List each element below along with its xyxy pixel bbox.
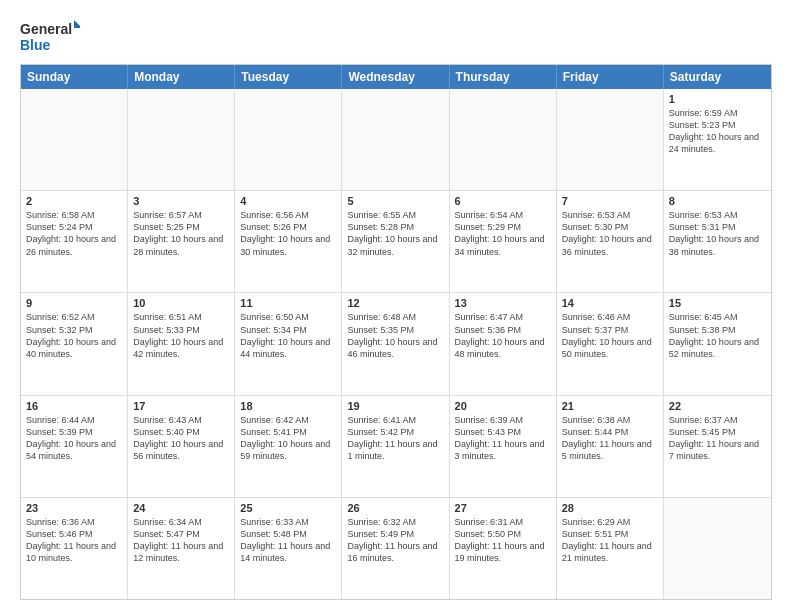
header-day-sunday: Sunday	[21, 65, 128, 89]
page: General Blue SundayMondayTuesdayWednesda…	[0, 0, 792, 612]
day-number: 27	[455, 502, 551, 514]
day-info: Sunrise: 6:41 AM Sunset: 5:42 PM Dayligh…	[347, 414, 443, 463]
day-info: Sunrise: 6:32 AM Sunset: 5:49 PM Dayligh…	[347, 516, 443, 565]
calendar-day-empty-0-0	[21, 89, 128, 190]
day-number: 22	[669, 400, 766, 412]
calendar-day-8: 8Sunrise: 6:53 AM Sunset: 5:31 PM Daylig…	[664, 191, 771, 292]
header-day-tuesday: Tuesday	[235, 65, 342, 89]
calendar-day-1: 1Sunrise: 6:59 AM Sunset: 5:23 PM Daylig…	[664, 89, 771, 190]
day-number: 26	[347, 502, 443, 514]
day-info: Sunrise: 6:55 AM Sunset: 5:28 PM Dayligh…	[347, 209, 443, 258]
day-info: Sunrise: 6:37 AM Sunset: 5:45 PM Dayligh…	[669, 414, 766, 463]
day-number: 24	[133, 502, 229, 514]
day-info: Sunrise: 6:33 AM Sunset: 5:48 PM Dayligh…	[240, 516, 336, 565]
day-info: Sunrise: 6:44 AM Sunset: 5:39 PM Dayligh…	[26, 414, 122, 463]
day-info: Sunrise: 6:57 AM Sunset: 5:25 PM Dayligh…	[133, 209, 229, 258]
day-number: 12	[347, 297, 443, 309]
calendar-day-4: 4Sunrise: 6:56 AM Sunset: 5:26 PM Daylig…	[235, 191, 342, 292]
calendar-day-26: 26Sunrise: 6:32 AM Sunset: 5:49 PM Dayli…	[342, 498, 449, 599]
calendar-day-10: 10Sunrise: 6:51 AM Sunset: 5:33 PM Dayli…	[128, 293, 235, 394]
calendar-day-empty-0-4	[450, 89, 557, 190]
calendar-day-empty-4-6	[664, 498, 771, 599]
day-number: 11	[240, 297, 336, 309]
calendar-day-20: 20Sunrise: 6:39 AM Sunset: 5:43 PM Dayli…	[450, 396, 557, 497]
day-info: Sunrise: 6:39 AM Sunset: 5:43 PM Dayligh…	[455, 414, 551, 463]
header-day-friday: Friday	[557, 65, 664, 89]
day-number: 17	[133, 400, 229, 412]
calendar-day-empty-0-2	[235, 89, 342, 190]
day-info: Sunrise: 6:50 AM Sunset: 5:34 PM Dayligh…	[240, 311, 336, 360]
calendar-day-3: 3Sunrise: 6:57 AM Sunset: 5:25 PM Daylig…	[128, 191, 235, 292]
day-info: Sunrise: 6:36 AM Sunset: 5:46 PM Dayligh…	[26, 516, 122, 565]
day-info: Sunrise: 6:54 AM Sunset: 5:29 PM Dayligh…	[455, 209, 551, 258]
day-number: 16	[26, 400, 122, 412]
calendar-day-15: 15Sunrise: 6:45 AM Sunset: 5:38 PM Dayli…	[664, 293, 771, 394]
day-info: Sunrise: 6:45 AM Sunset: 5:38 PM Dayligh…	[669, 311, 766, 360]
header-day-thursday: Thursday	[450, 65, 557, 89]
day-number: 20	[455, 400, 551, 412]
day-info: Sunrise: 6:51 AM Sunset: 5:33 PM Dayligh…	[133, 311, 229, 360]
day-info: Sunrise: 6:34 AM Sunset: 5:47 PM Dayligh…	[133, 516, 229, 565]
calendar-day-17: 17Sunrise: 6:43 AM Sunset: 5:40 PM Dayli…	[128, 396, 235, 497]
header-day-monday: Monday	[128, 65, 235, 89]
day-info: Sunrise: 6:47 AM Sunset: 5:36 PM Dayligh…	[455, 311, 551, 360]
calendar: SundayMondayTuesdayWednesdayThursdayFrid…	[20, 64, 772, 600]
calendar-day-empty-0-1	[128, 89, 235, 190]
calendar-header: SundayMondayTuesdayWednesdayThursdayFrid…	[21, 65, 771, 89]
calendar-day-27: 27Sunrise: 6:31 AM Sunset: 5:50 PM Dayli…	[450, 498, 557, 599]
logo: General Blue	[20, 18, 80, 54]
calendar-week-3: 9Sunrise: 6:52 AM Sunset: 5:32 PM Daylig…	[21, 293, 771, 395]
calendar-day-28: 28Sunrise: 6:29 AM Sunset: 5:51 PM Dayli…	[557, 498, 664, 599]
day-number: 14	[562, 297, 658, 309]
calendar-day-23: 23Sunrise: 6:36 AM Sunset: 5:46 PM Dayli…	[21, 498, 128, 599]
day-number: 5	[347, 195, 443, 207]
calendar-day-empty-0-5	[557, 89, 664, 190]
svg-text:General: General	[20, 21, 72, 37]
calendar-day-13: 13Sunrise: 6:47 AM Sunset: 5:36 PM Dayli…	[450, 293, 557, 394]
calendar-body: 1Sunrise: 6:59 AM Sunset: 5:23 PM Daylig…	[21, 89, 771, 599]
header: General Blue	[20, 18, 772, 54]
day-number: 28	[562, 502, 658, 514]
day-number: 19	[347, 400, 443, 412]
day-info: Sunrise: 6:58 AM Sunset: 5:24 PM Dayligh…	[26, 209, 122, 258]
calendar-day-25: 25Sunrise: 6:33 AM Sunset: 5:48 PM Dayli…	[235, 498, 342, 599]
day-number: 6	[455, 195, 551, 207]
calendar-day-14: 14Sunrise: 6:46 AM Sunset: 5:37 PM Dayli…	[557, 293, 664, 394]
day-number: 2	[26, 195, 122, 207]
day-number: 15	[669, 297, 766, 309]
day-info: Sunrise: 6:56 AM Sunset: 5:26 PM Dayligh…	[240, 209, 336, 258]
calendar-day-22: 22Sunrise: 6:37 AM Sunset: 5:45 PM Dayli…	[664, 396, 771, 497]
day-number: 8	[669, 195, 766, 207]
day-number: 18	[240, 400, 336, 412]
day-number: 10	[133, 297, 229, 309]
svg-text:Blue: Blue	[20, 37, 51, 53]
day-info: Sunrise: 6:52 AM Sunset: 5:32 PM Dayligh…	[26, 311, 122, 360]
calendar-week-5: 23Sunrise: 6:36 AM Sunset: 5:46 PM Dayli…	[21, 498, 771, 599]
calendar-day-5: 5Sunrise: 6:55 AM Sunset: 5:28 PM Daylig…	[342, 191, 449, 292]
header-day-saturday: Saturday	[664, 65, 771, 89]
calendar-day-18: 18Sunrise: 6:42 AM Sunset: 5:41 PM Dayli…	[235, 396, 342, 497]
day-info: Sunrise: 6:42 AM Sunset: 5:41 PM Dayligh…	[240, 414, 336, 463]
day-info: Sunrise: 6:59 AM Sunset: 5:23 PM Dayligh…	[669, 107, 766, 156]
calendar-week-2: 2Sunrise: 6:58 AM Sunset: 5:24 PM Daylig…	[21, 191, 771, 293]
calendar-day-7: 7Sunrise: 6:53 AM Sunset: 5:30 PM Daylig…	[557, 191, 664, 292]
day-info: Sunrise: 6:46 AM Sunset: 5:37 PM Dayligh…	[562, 311, 658, 360]
calendar-day-12: 12Sunrise: 6:48 AM Sunset: 5:35 PM Dayli…	[342, 293, 449, 394]
day-number: 4	[240, 195, 336, 207]
day-number: 25	[240, 502, 336, 514]
day-number: 13	[455, 297, 551, 309]
day-info: Sunrise: 6:43 AM Sunset: 5:40 PM Dayligh…	[133, 414, 229, 463]
day-number: 1	[669, 93, 766, 105]
calendar-day-24: 24Sunrise: 6:34 AM Sunset: 5:47 PM Dayli…	[128, 498, 235, 599]
calendar-day-empty-0-3	[342, 89, 449, 190]
calendar-week-4: 16Sunrise: 6:44 AM Sunset: 5:39 PM Dayli…	[21, 396, 771, 498]
svg-marker-2	[74, 20, 80, 28]
day-number: 21	[562, 400, 658, 412]
calendar-day-19: 19Sunrise: 6:41 AM Sunset: 5:42 PM Dayli…	[342, 396, 449, 497]
calendar-day-9: 9Sunrise: 6:52 AM Sunset: 5:32 PM Daylig…	[21, 293, 128, 394]
logo-svg: General Blue	[20, 18, 80, 54]
calendar-day-11: 11Sunrise: 6:50 AM Sunset: 5:34 PM Dayli…	[235, 293, 342, 394]
day-info: Sunrise: 6:29 AM Sunset: 5:51 PM Dayligh…	[562, 516, 658, 565]
calendar-day-21: 21Sunrise: 6:38 AM Sunset: 5:44 PM Dayli…	[557, 396, 664, 497]
calendar-day-2: 2Sunrise: 6:58 AM Sunset: 5:24 PM Daylig…	[21, 191, 128, 292]
